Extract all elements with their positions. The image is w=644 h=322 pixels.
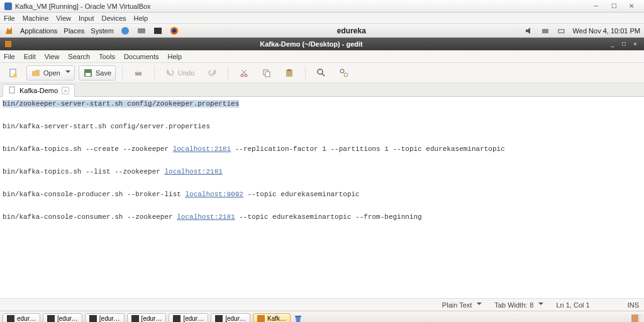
network-icon[interactable]: [540, 26, 550, 36]
task-item[interactable]: [edur…: [127, 313, 167, 323]
terminal-icon: [89, 315, 97, 323]
editor-line: bin/kafka-console-producer.sh --broker-l…: [3, 189, 641, 200]
tab-close-icon[interactable]: ×: [62, 87, 69, 94]
save-button[interactable]: Save: [79, 65, 116, 80]
panel-places[interactable]: Places: [64, 27, 84, 35]
editor-line: bin/kafka-server-start.sh config/server.…: [3, 121, 641, 132]
gedit-icon: [257, 315, 265, 323]
task-item[interactable]: [edur…: [211, 313, 250, 323]
task-item[interactable]: edur…: [3, 313, 40, 323]
search-icon: [316, 68, 326, 78]
maximize-button[interactable]: ☐: [605, 1, 623, 11]
editor-line: [3, 155, 641, 166]
paste-button[interactable]: [280, 65, 299, 80]
undo-label: Undo: [178, 69, 194, 77]
battery-icon[interactable]: [557, 26, 567, 36]
panel-clock[interactable]: Wed Nov 4, 10:01 PM: [573, 27, 640, 35]
gedit-menu-file[interactable]: File: [4, 53, 15, 60]
tabwidth-selector[interactable]: Tab Width:8: [494, 301, 543, 309]
svg-rect-0: [4, 3, 12, 10]
chevron-down-icon: [63, 69, 70, 77]
vbox-menu-machine[interactable]: Machine: [23, 14, 49, 22]
workspace-switcher[interactable]: [631, 314, 641, 323]
svg-rect-35: [640, 314, 641, 323]
gedit-close-button[interactable]: ×: [630, 40, 640, 48]
copy-button[interactable]: [257, 65, 276, 80]
task-item[interactable]: [edur…: [169, 313, 208, 323]
svg-rect-12: [86, 73, 91, 76]
save-icon: [83, 68, 93, 78]
separator: [305, 66, 306, 80]
gedit-icon: [4, 40, 13, 48]
find-replace-button[interactable]: [335, 65, 353, 80]
terminal-icon: [7, 315, 14, 323]
volume-icon[interactable]: [524, 26, 534, 36]
open-button[interactable]: Open: [26, 65, 75, 80]
vbox-menu-help[interactable]: Help: [134, 14, 148, 22]
vbox-menu-file[interactable]: File: [4, 14, 15, 22]
print-button[interactable]: [129, 65, 148, 80]
syntax-selector[interactable]: Plain Text: [442, 301, 482, 309]
svg-point-1: [121, 27, 129, 35]
cut-icon: [239, 68, 249, 78]
vbox-menu-devices[interactable]: Devices: [101, 14, 126, 22]
svg-rect-33: [295, 316, 301, 317]
gedit-menu-view[interactable]: View: [45, 53, 60, 60]
copy-icon: [262, 68, 272, 78]
gedit-statusbar: Plain Text Tab Width:8 Ln 1, Col 1 INS: [0, 298, 644, 311]
vbox-menu-input[interactable]: Input: [79, 14, 94, 22]
gedit-menu-search[interactable]: Search: [68, 53, 90, 60]
trash-icon[interactable]: [293, 314, 303, 323]
save-label: Save: [96, 69, 111, 77]
svg-rect-3: [154, 28, 162, 34]
vbox-menu-view[interactable]: View: [56, 14, 71, 22]
svg-rect-7: [558, 30, 564, 33]
svg-point-21: [318, 69, 323, 74]
terminal-icon: [173, 315, 180, 323]
svg-rect-29: [131, 315, 139, 323]
gedit-title: Kafka-Demo (~/Desktop) - gedit: [16, 40, 606, 48]
browser-icon[interactable]: [120, 26, 130, 36]
gedit-menu-edit[interactable]: Edit: [24, 53, 36, 60]
task-item[interactable]: [edur…: [85, 313, 125, 323]
new-button[interactable]: [4, 65, 23, 80]
text-editor[interactable]: bin/zookeeper-server-start.sh config/zoo…: [0, 97, 644, 298]
editor-tab[interactable]: Kafka-Demo ×: [3, 84, 75, 97]
redo-button[interactable]: [203, 65, 221, 80]
vbox-icon: [4, 2, 13, 11]
svg-rect-28: [89, 315, 97, 323]
gedit-maximize-button[interactable]: □: [619, 40, 629, 48]
gedit-tabbar: Kafka-Demo ×: [0, 83, 644, 97]
gedit-menu-tools[interactable]: Tools: [99, 53, 115, 60]
firefox-icon[interactable]: [169, 26, 179, 36]
cursor-position: Ln 1, Col 1: [556, 301, 589, 309]
svg-rect-20: [287, 69, 291, 71]
separator: [228, 66, 228, 80]
redo-icon: [207, 68, 217, 78]
panel-system[interactable]: System: [91, 27, 114, 35]
panel-applications[interactable]: Applications: [20, 27, 57, 35]
open-label: Open: [43, 69, 60, 77]
task-item-active[interactable]: Kafk…: [253, 313, 291, 323]
gedit-toolbar: Open Save Undo: [0, 63, 644, 83]
svg-rect-27: [47, 315, 55, 323]
new-file-icon: [8, 68, 18, 78]
gedit-minimize-button[interactable]: _: [608, 40, 618, 48]
document-icon: [8, 86, 16, 95]
editor-line: [3, 109, 641, 121]
gedit-menu-help[interactable]: Help: [168, 53, 182, 60]
gedit-menubar: File Edit View Search Tools Documents He…: [0, 50, 644, 63]
mail-icon[interactable]: [136, 26, 147, 36]
task-item[interactable]: [edur…: [43, 313, 82, 323]
find-button[interactable]: [312, 65, 331, 80]
gnome-foot-icon[interactable]: [4, 26, 14, 36]
svg-point-16: [245, 74, 247, 77]
cut-button[interactable]: [235, 65, 253, 80]
svg-rect-6: [542, 29, 548, 33]
undo-button[interactable]: Undo: [161, 65, 199, 80]
close-button[interactable]: ✕: [623, 1, 640, 11]
vbox-title: Kafka_VM [Running] - Oracle VM VirtualBo…: [15, 3, 587, 10]
gedit-menu-documents[interactable]: Documents: [124, 53, 159, 60]
minimize-button[interactable]: ─: [587, 1, 605, 11]
terminal-icon[interactable]: [153, 26, 163, 36]
